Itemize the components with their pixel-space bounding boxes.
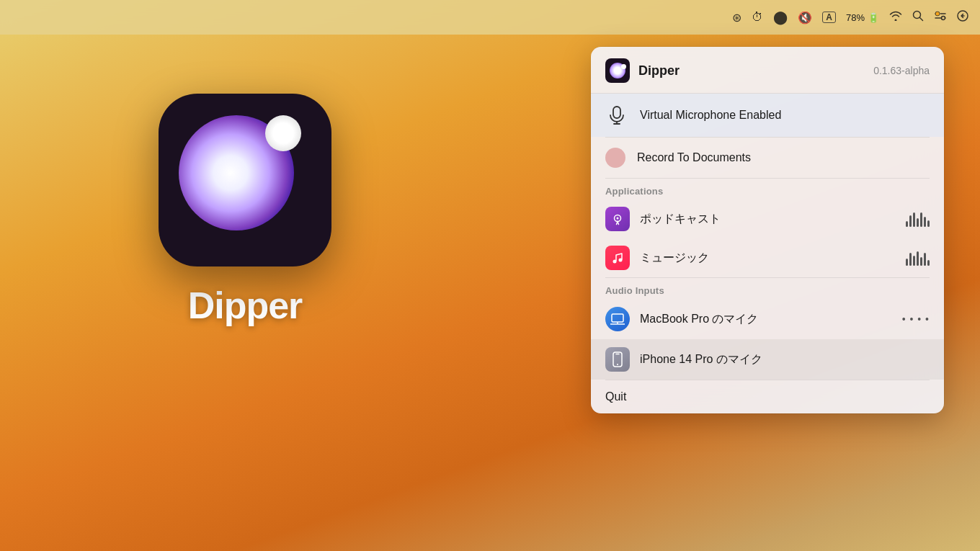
battery-text: 78% — [846, 12, 865, 23]
layers-icon[interactable]: ⊛ — [732, 11, 741, 24]
macbook-mic-label: MacBook Pro のマイク — [640, 312, 892, 327]
dipper-small-icon — [605, 58, 630, 83]
record-item[interactable]: Record To Documents — [591, 138, 944, 178]
dropdown-menu: Dipper 0.1.63-alpha Virtual Microphone E… — [591, 47, 944, 413]
virtual-mic-label: Virtual Microphone Enabled — [640, 109, 781, 122]
back-icon[interactable] — [957, 10, 968, 24]
record-dot-icon — [605, 148, 625, 168]
svg-rect-10 — [613, 107, 620, 118]
record-label: Record To Documents — [637, 151, 751, 164]
app-icon — [159, 94, 331, 266]
audio-inputs-section-header: Audio Inputs — [591, 278, 944, 299]
macbook-icon — [605, 307, 630, 331]
history-icon[interactable]: ⏱ — [752, 11, 763, 24]
dots-icon: • • • • — [902, 313, 930, 325]
svg-point-18 — [619, 259, 623, 262]
iphone-mic-label: iPhone 14 Pro のマイク — [640, 352, 930, 367]
battery-icon: 🔋 — [868, 12, 879, 23]
music-icon — [605, 246, 630, 270]
svg-point-23 — [617, 364, 618, 365]
svg-line-16 — [618, 222, 619, 225]
svg-line-1 — [920, 18, 923, 21]
svg-rect-19 — [612, 314, 623, 322]
svg-point-21 — [617, 323, 618, 324]
menu-bar: ⊛ ⏱ ⬤ 🔇 A 78% 🔋 — [0, 0, 980, 35]
menu-version: 0.1.63-alpha — [873, 65, 930, 76]
svg-point-17 — [613, 260, 617, 264]
quit-label: Quit — [605, 390, 626, 403]
music-audio-bars — [906, 250, 930, 266]
app-icon-small-dot — [265, 115, 301, 151]
app-title: Dipper — [188, 284, 303, 327]
app-display: Dipper — [159, 94, 331, 327]
control-center-icon[interactable] — [934, 11, 947, 24]
mute-icon[interactable]: 🔇 — [798, 11, 812, 24]
menu-header: Dipper 0.1.63-alpha — [591, 47, 944, 94]
dipper-small-icon-dot — [621, 64, 626, 69]
podcasts-audio-bars — [906, 211, 930, 227]
svg-point-8 — [936, 12, 940, 16]
mic-icon — [605, 104, 628, 127]
podcasts-icon — [605, 207, 630, 231]
svg-point-14 — [617, 218, 619, 220]
dipper-menubar-icon[interactable]: ⬤ — [773, 9, 788, 25]
battery-display: 78% 🔋 — [846, 12, 879, 23]
menu-app-title: Dipper — [638, 63, 680, 79]
podcasts-item[interactable]: ポッドキャスト — [591, 200, 944, 238]
dipper-small-icon-inner — [610, 63, 625, 79]
iphone-icon — [605, 347, 630, 372]
virtual-mic-item[interactable]: Virtual Microphone Enabled — [591, 94, 944, 137]
podcasts-label: ポッドキャスト — [640, 212, 896, 227]
quit-item[interactable]: Quit — [591, 380, 944, 413]
iphone-mic-item[interactable]: iPhone 14 Pro のマイク — [591, 339, 944, 380]
menu-header-left: Dipper — [605, 58, 680, 83]
applications-section-header: Applications — [591, 179, 944, 200]
keyboard-icon[interactable]: A — [822, 12, 836, 23]
macbook-mic-item[interactable]: MacBook Pro のマイク • • • • — [591, 299, 944, 339]
search-icon[interactable] — [912, 10, 924, 24]
music-label: ミュージック — [640, 251, 896, 266]
music-item[interactable]: ミュージック — [591, 238, 944, 277]
wifi-icon[interactable] — [889, 11, 902, 24]
